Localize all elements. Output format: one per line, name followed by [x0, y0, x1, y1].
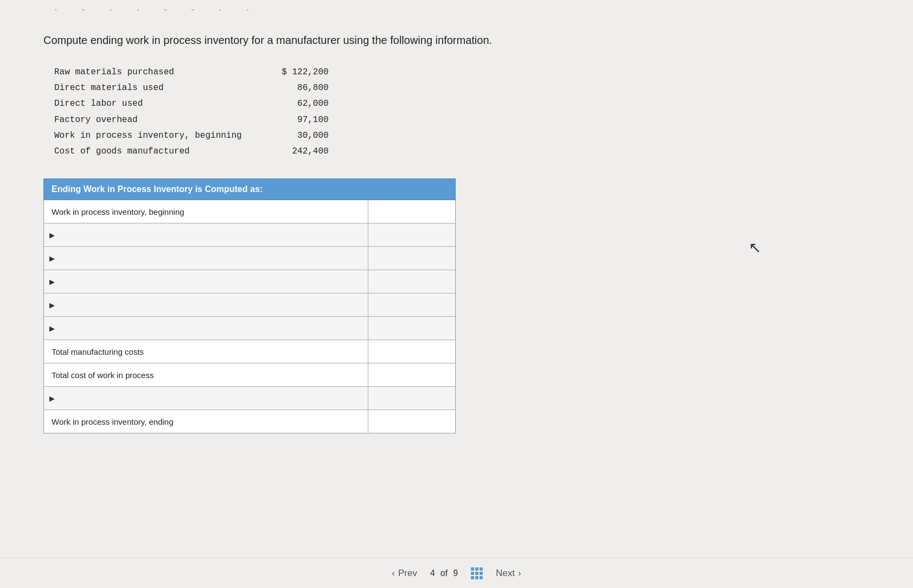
value-input-4[interactable] — [374, 301, 450, 310]
table-cell-label-7: Total cost of work in process — [44, 363, 368, 386]
data-labels: Raw materials purchased Direct materials… — [54, 65, 242, 159]
page-info: 4 of 9 — [430, 568, 458, 578]
value-input-3[interactable] — [374, 277, 450, 286]
computation-table: Ending Work in Process Inventory is Comp… — [43, 178, 456, 433]
navigation-bar: ‹ Prev 4 of 9 Next › — [0, 558, 913, 588]
table-row: Work in process inventory, ending — [44, 410, 455, 433]
table-cell-value-5[interactable] — [368, 317, 455, 340]
label-input-3[interactable] — [57, 277, 360, 286]
arrow-icon-2: ▶ — [49, 254, 55, 263]
row-label-7: Total cost of work in process — [52, 370, 154, 380]
value-input-5[interactable] — [374, 324, 450, 333]
label-input-4[interactable] — [57, 301, 360, 310]
prev-button[interactable]: ‹ Prev — [392, 568, 417, 579]
table-cell-value-9[interactable] — [368, 410, 455, 433]
table-row: ▶ — [44, 270, 455, 293]
table-cell-value-3[interactable] — [368, 270, 455, 293]
value-input-8[interactable] — [374, 394, 450, 403]
data-value-5: 242,400 — [274, 144, 329, 159]
grid-dot — [480, 576, 483, 579]
arrow-icon-8: ▶ — [49, 394, 55, 402]
table-cell-label-3: ▶ — [44, 270, 368, 293]
arrow-icon-4: ▶ — [49, 301, 55, 309]
table-cell-value-0[interactable] — [368, 200, 455, 223]
label-input-5[interactable] — [57, 324, 360, 333]
arrow-icon-5: ▶ — [49, 324, 55, 333]
data-value-4: 30,000 — [274, 129, 329, 143]
value-input-0[interactable] — [374, 207, 450, 216]
of-label: of — [440, 568, 448, 578]
data-values: $ 122,200 86,800 62,000 97,100 30,000 24… — [274, 65, 329, 159]
table-cell-value-4[interactable] — [368, 293, 455, 316]
grid-dot — [471, 572, 474, 575]
label-input-1[interactable] — [57, 231, 360, 240]
prev-label: Prev — [398, 568, 417, 579]
table-header: Ending Work in Process Inventory is Comp… — [43, 178, 456, 200]
next-label: Next — [496, 568, 515, 579]
arrow-icon-3: ▶ — [49, 278, 55, 286]
total-pages: 9 — [453, 568, 458, 578]
table-cell-label-8: ▶ — [44, 387, 368, 410]
grid-dot — [475, 567, 478, 571]
grid-dot — [475, 576, 478, 579]
table-cell-label-4: ▶ — [44, 293, 368, 316]
table-row: ▶ — [44, 317, 455, 340]
current-page: 4 — [430, 568, 435, 578]
data-section: Raw materials purchased Direct materials… — [43, 65, 870, 159]
table-row: Total cost of work in process — [44, 363, 455, 387]
question-text: Compute ending work in process inventory… — [43, 33, 870, 48]
table-cell-label-2: ▶ — [44, 247, 368, 270]
row-label-0: Work in process inventory, beginning — [52, 207, 184, 216]
table-row: ▶ — [44, 387, 455, 410]
next-button[interactable]: Next › — [496, 568, 521, 579]
row-label-6: Total manufacturing costs — [52, 347, 144, 356]
table-cell-label-9: Work in process inventory, ending — [44, 410, 368, 433]
value-input-6[interactable] — [374, 347, 450, 356]
grid-menu-icon[interactable] — [471, 567, 483, 579]
table-cell-label-1: ▶ — [44, 223, 368, 246]
data-value-3: 97,100 — [274, 113, 329, 127]
table-row: Total manufacturing costs — [44, 340, 455, 363]
table-cell-label-5: ▶ — [44, 317, 368, 340]
data-value-2: 62,000 — [274, 97, 329, 111]
row-label-9: Work in process inventory, ending — [52, 417, 174, 426]
data-label-3: Factory overhead — [54, 113, 242, 127]
table-row: ▶ — [44, 293, 455, 317]
table-cell-value-8[interactable] — [368, 387, 455, 410]
table-cell-value-2[interactable] — [368, 247, 455, 270]
table-row: Work in process inventory, beginning — [44, 200, 455, 223]
data-label-4: Work in process inventory, beginning — [54, 129, 242, 143]
label-input-8[interactable] — [57, 394, 360, 403]
label-input-2[interactable] — [57, 254, 360, 263]
table-cell-value-1[interactable] — [368, 223, 455, 246]
grid-dot — [471, 567, 474, 571]
data-label-2: Direct labor used — [54, 97, 242, 111]
data-label-0: Raw materials purchased — [54, 65, 242, 80]
data-value-1: 86,800 — [274, 81, 329, 95]
table-cell-label-6: Total manufacturing costs — [44, 340, 368, 363]
value-input-7[interactable] — [374, 370, 450, 380]
grid-dot — [480, 567, 483, 571]
grid-dot — [471, 576, 474, 579]
value-input-1[interactable] — [374, 231, 450, 240]
table-row: ▶ — [44, 223, 455, 247]
table-row: ▶ — [44, 247, 455, 270]
arrow-icon-1: ▶ — [49, 231, 55, 239]
data-value-0: $ 122,200 — [274, 65, 329, 80]
next-chevron-icon: › — [518, 568, 521, 579]
prev-chevron-icon: ‹ — [392, 568, 395, 579]
value-input-9[interactable] — [374, 417, 450, 426]
decorative-marks: ` ˘ ` ` ˘ ˘ ` ` — [54, 8, 260, 19]
table-cell-label-0: Work in process inventory, beginning — [44, 200, 368, 223]
data-label-5: Cost of goods manufactured — [54, 144, 242, 159]
table-cell-value-6[interactable] — [368, 340, 455, 363]
grid-dot — [480, 572, 483, 575]
grid-dot — [475, 572, 478, 575]
cursor: ↖ — [749, 239, 761, 257]
data-label-1: Direct materials used — [54, 81, 242, 95]
table-body: Work in process inventory, beginning ▶ — [43, 200, 456, 433]
table-cell-value-7[interactable] — [368, 363, 455, 386]
page-container: ` ˘ ` ` ˘ ˘ ` ` Compute ending work in p… — [0, 0, 913, 588]
value-input-2[interactable] — [374, 254, 450, 263]
